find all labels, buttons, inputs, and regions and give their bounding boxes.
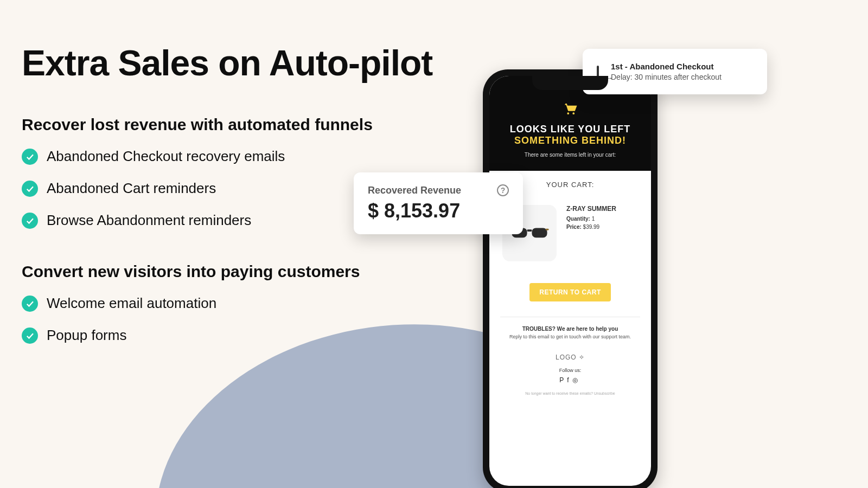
price-label: Price: — [566, 224, 582, 230]
price-value: $39.99 — [583, 224, 600, 230]
svg-rect-1 — [532, 228, 547, 237]
footer-title: TROUBLES? We are here to help you — [500, 326, 640, 332]
check-icon — [22, 149, 38, 165]
bullet-item: Popup forms — [22, 327, 445, 344]
bullet-list-convert: Welcome email automation Popup forms — [22, 295, 445, 344]
step-subtitle: Delay: 30 minutes after checkout — [611, 73, 722, 81]
hero-line-2: SOMETHING BEHIND! — [497, 135, 643, 146]
instagram-icon[interactable]: ◎ — [572, 376, 581, 384]
bullet-item: Abandoned Checkout recovery emails — [22, 148, 445, 165]
headline: Extra Sales on Auto-pilot — [22, 44, 445, 82]
phone-notch — [532, 76, 608, 90]
follow-label: Follow us: — [500, 368, 640, 373]
unsubscribe-text: No longer want to receive these emails? … — [500, 391, 640, 395]
bullet-text: Popup forms — [47, 327, 126, 344]
pinterest-icon[interactable]: P — [559, 376, 567, 384]
bullet-text: Abandoned Cart reminders — [47, 180, 216, 197]
mail-forward-icon — [597, 66, 599, 77]
bullet-text: Browse Abandonment reminders — [47, 212, 251, 229]
shopping-cart-icon — [562, 101, 578, 119]
social-icons: Pf◎ — [500, 376, 640, 384]
bullet-text: Welcome email automation — [47, 295, 216, 312]
bullet-text: Abandoned Checkout recovery emails — [47, 148, 285, 165]
return-to-cart-button[interactable]: RETURN TO CART — [529, 283, 610, 301]
section-title-convert: Convert new visitors into paying custome… — [22, 262, 445, 281]
step-title: 1st - Abandoned Checkout — [611, 62, 722, 71]
hero-line-1: LOOKS LIKE YOU LEFT — [497, 124, 643, 135]
product-name: Z-RAY SUMMER — [566, 205, 616, 213]
facebook-icon[interactable]: f — [567, 376, 572, 384]
qty-label: Quantity: — [566, 216, 590, 222]
footer-subtitle: Reply to this email to get in touch with… — [500, 334, 640, 339]
bullet-item: Welcome email automation — [22, 295, 445, 312]
divider — [500, 317, 640, 317]
revenue-label: Recovered Revenue — [368, 185, 461, 196]
hero-subtext: There are some items left in your cart: — [497, 152, 643, 158]
recovered-revenue-card: Recovered Revenue ? $ 8,153.97 — [354, 172, 523, 234]
section-title-recover: Recover lost revenue with automated funn… — [22, 115, 445, 134]
email-footer: TROUBLES? We are here to help you Reply … — [500, 326, 640, 395]
phone-screen: LOOKS LIKE YOU LEFT SOMETHING BEHIND! Th… — [489, 76, 651, 486]
check-icon — [22, 213, 38, 229]
brand-logo: LOGO ✧ — [500, 354, 640, 361]
revenue-value: $ 8,153.97 — [368, 200, 460, 222]
svg-rect-2 — [527, 229, 532, 232]
check-icon — [22, 296, 38, 312]
phone-mockup: LOOKS LIKE YOU LEFT SOMETHING BEHIND! Th… — [483, 69, 658, 488]
check-icon — [22, 181, 38, 197]
help-icon[interactable]: ? — [497, 184, 509, 196]
qty-value: 1 — [592, 216, 595, 222]
check-icon — [22, 328, 38, 344]
automation-step-card: → 1st - Abandoned Checkout Delay: 30 min… — [583, 49, 767, 94]
product-info: Z-RAY SUMMER Quantity: 1 Price: $39.99 — [566, 205, 616, 230]
svg-rect-4 — [546, 229, 549, 230]
